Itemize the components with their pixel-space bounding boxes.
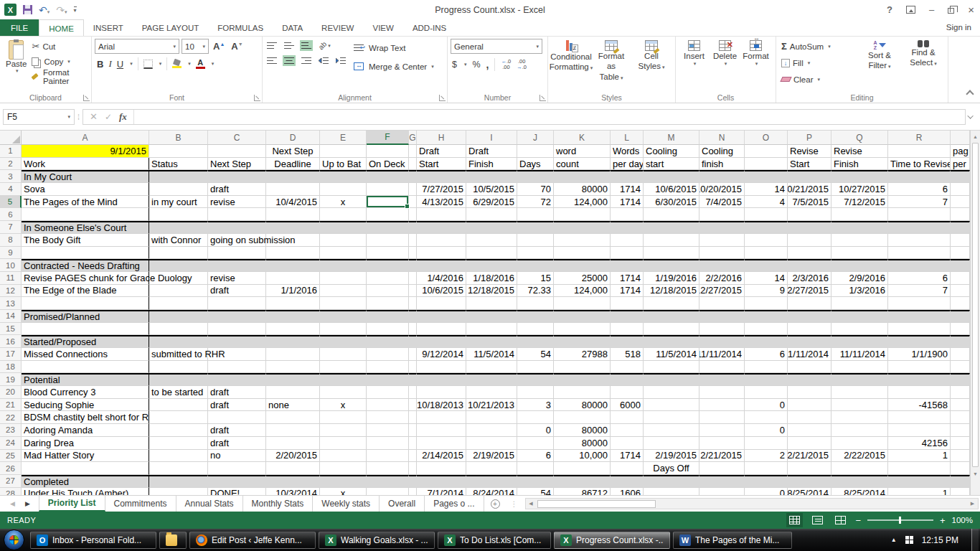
cell-Q6[interactable]: [831, 208, 888, 221]
cell-R20[interactable]: [888, 386, 951, 399]
start-button[interactable]: [4, 529, 24, 550]
cell-C26[interactable]: [208, 462, 266, 475]
cell-L10[interactable]: [611, 259, 644, 272]
cell-K23[interactable]: 80000: [554, 424, 611, 437]
row-header-3[interactable]: 3: [0, 170, 22, 183]
cell-R9[interactable]: [888, 247, 951, 260]
cell-I13[interactable]: [466, 297, 517, 310]
cell-C7[interactable]: [208, 221, 266, 234]
insert-function-icon[interactable]: fx: [119, 111, 127, 123]
cell-S7[interactable]: [951, 221, 970, 234]
merge-center-button[interactable]: Merge & Center▾: [352, 59, 436, 74]
cell-G25[interactable]: [409, 450, 417, 463]
help-icon[interactable]: ?: [887, 4, 892, 15]
cell-A26[interactable]: [22, 462, 149, 475]
cell-A4[interactable]: Sova: [22, 183, 149, 196]
cell-N25[interactable]: 2/21/2015: [699, 450, 745, 463]
align-right-button[interactable]: [300, 55, 313, 66]
cell-E3[interactable]: [320, 170, 367, 183]
cell-L24[interactable]: [611, 437, 644, 450]
cell-E26[interactable]: [320, 462, 367, 475]
cell-J27[interactable]: [517, 475, 554, 488]
scroll-up-icon[interactable]: ▲: [971, 131, 980, 142]
row-header-24[interactable]: 24: [0, 437, 22, 450]
cell-E22[interactable]: [320, 411, 367, 424]
format-cells-button[interactable]: Format ▾: [740, 39, 771, 91]
cell-O20[interactable]: [745, 386, 788, 399]
cell-J3[interactable]: [517, 170, 554, 183]
cell-I25[interactable]: 2/19/2015: [466, 450, 517, 463]
ribbon-tab-add-ins[interactable]: ADD-INS: [403, 19, 456, 36]
cell-H28[interactable]: 7/1/2014: [417, 488, 466, 495]
cell-K6[interactable]: [554, 208, 611, 221]
cell-O27[interactable]: [745, 475, 788, 488]
cell-Q26[interactable]: [831, 462, 888, 475]
row-header-16[interactable]: 16: [0, 335, 22, 348]
cell-B1[interactable]: [149, 145, 208, 158]
cell-S15[interactable]: [951, 323, 970, 336]
cell-C16[interactable]: [208, 335, 266, 348]
column-header-H[interactable]: H: [417, 131, 466, 145]
cell-S26[interactable]: [951, 462, 970, 475]
cell-R12[interactable]: 7: [888, 285, 951, 298]
cell-L14[interactable]: [611, 310, 644, 323]
cell-N8[interactable]: [699, 234, 745, 247]
cell-M28[interactable]: [644, 488, 699, 495]
cell-G8[interactable]: [409, 234, 417, 247]
row-header-12[interactable]: 12: [0, 285, 22, 298]
cell-K13[interactable]: [554, 297, 611, 310]
cell-Q23[interactable]: [831, 424, 888, 437]
row-header-17[interactable]: 17: [0, 348, 22, 361]
enter-formula-icon[interactable]: ✓: [105, 112, 112, 122]
show-desktop-button[interactable]: [971, 529, 979, 551]
cell-G5[interactable]: [409, 196, 417, 209]
cell-F20[interactable]: [367, 386, 409, 399]
cell-G26[interactable]: [409, 462, 417, 475]
taskbar-button-excel-5[interactable]: XProgress Count.xlsx -...: [554, 532, 670, 549]
cell-E21[interactable]: x: [320, 399, 367, 412]
sheet-tab-monthly-stats[interactable]: Monthly Stats: [243, 496, 314, 512]
font-color-button[interactable]: A: [196, 59, 205, 69]
cell-O25[interactable]: 2: [745, 450, 788, 463]
zoom-slider-thumb[interactable]: [899, 517, 901, 524]
cell-F25[interactable]: [367, 450, 409, 463]
cell-G27[interactable]: [409, 475, 417, 488]
cell-F9[interactable]: [367, 247, 409, 260]
cell-R17[interactable]: 1/1/1900: [888, 348, 951, 361]
column-header-C[interactable]: C: [208, 131, 266, 145]
cell-K14[interactable]: [554, 310, 611, 323]
autosum-button[interactable]: ΣAutoSum▾: [779, 39, 857, 54]
close-icon[interactable]: ×: [968, 4, 974, 16]
cell-R27[interactable]: [888, 475, 951, 488]
cell-O17[interactable]: 6: [745, 348, 788, 361]
cell-N3[interactable]: [699, 170, 745, 183]
next-sheet-icon[interactable]: ▶: [25, 500, 30, 507]
cell-C5[interactable]: revise: [208, 196, 266, 209]
cell-styles-button[interactable]: Cell Styles▾: [631, 39, 672, 91]
cell-F22[interactable]: [367, 411, 409, 424]
cell-J8[interactable]: [517, 234, 554, 247]
cell-S22[interactable]: [951, 411, 970, 424]
cell-G6[interactable]: [409, 208, 417, 221]
cell-L27[interactable]: [611, 475, 644, 488]
column-header-I[interactable]: I: [466, 131, 517, 145]
taskbar-button-word-6[interactable]: WThe Pages of the Mi...: [673, 532, 792, 549]
cell-J23[interactable]: 0: [517, 424, 554, 437]
cell-N15[interactable]: [699, 323, 745, 336]
cell-J17[interactable]: 54: [517, 348, 554, 361]
cell-S16[interactable]: [951, 335, 970, 348]
cell-C22[interactable]: [208, 411, 266, 424]
cell-L7[interactable]: [611, 221, 644, 234]
cancel-formula-icon[interactable]: ✕: [90, 111, 98, 122]
row-header-15[interactable]: 15: [0, 323, 22, 336]
cell-F17[interactable]: [367, 348, 409, 361]
cell-N12[interactable]: 12/27/2015: [699, 285, 745, 298]
cell-D11[interactable]: [266, 272, 320, 285]
cell-M21[interactable]: [644, 399, 699, 412]
cell-J14[interactable]: [517, 310, 554, 323]
cell-N4[interactable]: 10/20/2015: [699, 183, 745, 196]
page-break-view-button[interactable]: [832, 513, 849, 527]
cell-A15[interactable]: [22, 323, 149, 336]
cell-C4[interactable]: draft: [208, 183, 266, 196]
cell-F15[interactable]: [367, 323, 409, 336]
